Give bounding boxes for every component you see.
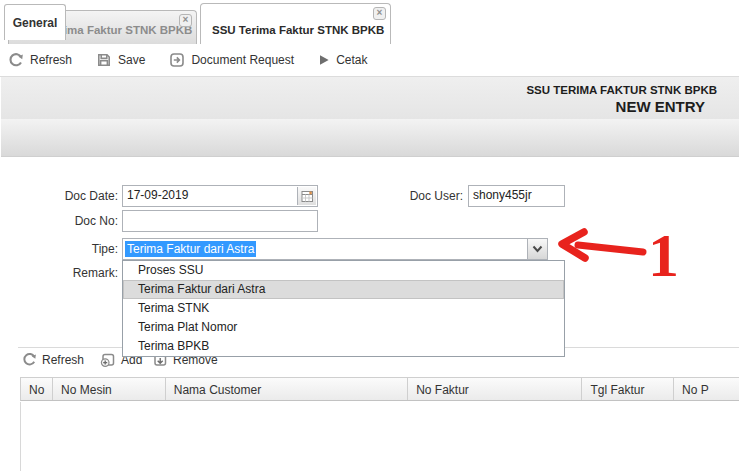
tipe-selected-value: Terima Faktur dari Astra [125, 241, 256, 257]
tipe-label: Tipe: [40, 242, 118, 256]
doc-no-field[interactable] [122, 210, 318, 232]
doc-user-field[interactable]: shony455jr [468, 185, 565, 207]
doc-date-field[interactable]: 17-09-2019 [122, 185, 318, 207]
tab-general-label: General [13, 16, 58, 30]
refresh-label: Refresh [30, 53, 72, 67]
app-window: SSU Terima Faktur STNK BPKB SSU Terima F… [0, 0, 739, 471]
table-body [20, 402, 739, 471]
chevron-down-icon [532, 245, 543, 253]
doc-user-label: Doc User: [405, 189, 463, 203]
doc-no-label: Doc No: [40, 214, 118, 228]
tipe-option[interactable]: Proses SSU [123, 261, 564, 280]
doc-user-value: shony455jr [473, 188, 532, 202]
column-header[interactable]: Tgl Faktur [582, 378, 674, 400]
cetak-label: Cetak [336, 53, 367, 67]
window-tab-active[interactable]: SSU Terima Faktur STNK BPKB [200, 3, 391, 44]
calendar-button[interactable] [297, 187, 316, 205]
doc-date-value: 17-09-2019 [127, 188, 188, 202]
detail-refresh-label: Refresh [42, 353, 84, 367]
detail-refresh-button[interactable]: Refresh [22, 352, 84, 367]
tipe-option[interactable]: Terima Plat Nomor [123, 318, 564, 337]
doc-date-label: Doc Date: [40, 189, 118, 203]
save-icon [96, 52, 112, 68]
tipe-combobox[interactable]: Terima Faktur dari Astra [122, 238, 548, 260]
main-toolbar: Refresh Save Document Request Ce [0, 44, 739, 77]
tipe-dropdown-list[interactable]: Proses SSUTerima Faktur dari AstraTerima… [122, 260, 565, 357]
refresh-icon [8, 52, 24, 68]
tipe-dropdown-button[interactable] [527, 239, 547, 259]
column-header[interactable]: No P [674, 378, 739, 400]
remark-label: Remark: [55, 266, 118, 280]
header-band: SSU TERIMA FAKTUR STNK BPKB NEW ENTRY [1, 77, 739, 119]
close-icon[interactable] [373, 7, 386, 20]
page-title: SSU TERIMA FAKTUR STNK BPKB [526, 84, 717, 96]
document-request-label: Document Request [191, 53, 294, 67]
cetak-icon [318, 54, 330, 66]
close-icon[interactable] [179, 14, 192, 27]
window-tab-label: SSU Terima Faktur STNK BPKB [212, 24, 384, 36]
form-tabstrip [1, 119, 739, 157]
cetak-button[interactable]: Cetak [318, 53, 367, 67]
save-button[interactable]: Save [96, 52, 145, 68]
tipe-option[interactable]: Terima Faktur dari Astra [123, 280, 564, 299]
page-subtitle: NEW ENTRY [616, 98, 705, 115]
table-header-row: NoNo MesinNama CustomerNo FakturTgl Fakt… [20, 377, 739, 401]
column-header[interactable]: No [21, 378, 53, 400]
add-icon [100, 352, 116, 368]
tipe-option[interactable]: Terima STNK [123, 299, 564, 318]
annotation-arrow [548, 222, 723, 307]
column-header[interactable]: No Mesin [53, 378, 166, 400]
refresh-button[interactable]: Refresh [8, 52, 72, 68]
document-request-icon [169, 52, 185, 68]
document-request-button[interactable]: Document Request [169, 52, 294, 68]
column-header[interactable]: No Faktur [408, 378, 582, 400]
calendar-icon [301, 190, 314, 203]
save-label: Save [118, 53, 145, 67]
column-header[interactable]: Nama Customer [166, 378, 408, 400]
refresh-icon [22, 352, 37, 367]
tipe-option[interactable]: Terima BPKB [123, 337, 564, 356]
tab-general[interactable]: General [4, 4, 66, 40]
annotation-number: 1 [648, 224, 679, 286]
